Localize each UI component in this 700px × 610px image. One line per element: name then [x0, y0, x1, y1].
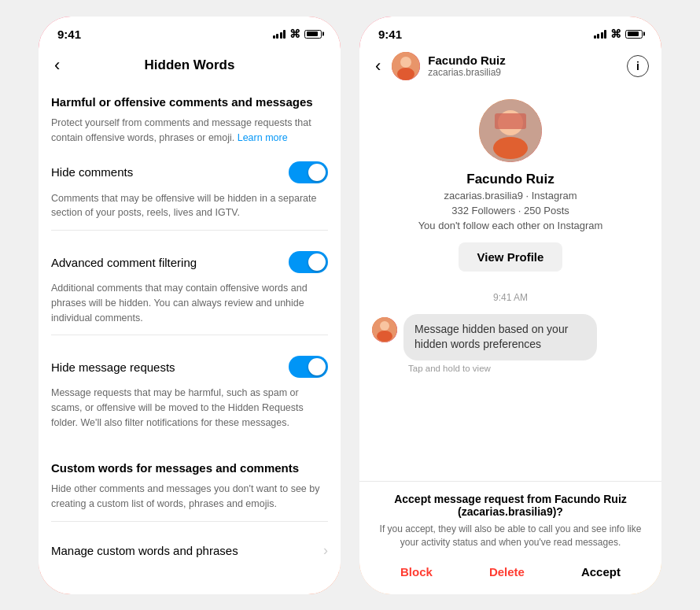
status-icons-left: ⌘	[273, 28, 322, 40]
status-bar-right: 9:41 ⌘	[359, 17, 661, 46]
header-nav-left: ‹ Hidden Words	[39, 46, 341, 88]
info-button[interactable]: i	[627, 55, 649, 77]
time-left: 9:41	[57, 28, 81, 41]
status-bar-left: 9:41 ⌘	[39, 17, 341, 46]
divider-2	[51, 335, 328, 335]
profile-follow-status: You don't follow each other on Instagram	[418, 220, 603, 231]
divider-3	[51, 521, 328, 522]
divider-1	[51, 230, 328, 231]
message-bubble[interactable]: Message hidden based on your hidden word…	[403, 314, 597, 360]
view-profile-button[interactable]: View Profile	[459, 242, 563, 272]
back-button-right[interactable]: ‹	[372, 53, 384, 79]
chat-username: zacarias.brasilia9	[428, 67, 619, 78]
svg-point-9	[377, 331, 392, 342]
arrow-right-icon: ›	[323, 542, 328, 559]
bottom-action: Accept message request from Facundo Ruiz…	[359, 481, 661, 594]
signal-icon-right	[594, 30, 607, 39]
status-icons-right: ⌘	[594, 28, 643, 40]
harmful-title: Harmful or offensive comments and messag…	[51, 94, 328, 110]
manage-words-label: Manage custom words and phrases	[51, 544, 238, 557]
advanced-filter-row: Advanced comment filtering	[51, 240, 328, 281]
manage-words-row[interactable]: Manage custom words and phrases ›	[51, 531, 328, 570]
avatar-large	[479, 99, 542, 162]
hide-requests-row: Hide message requests	[51, 345, 328, 386]
toggle-knob-2	[308, 253, 326, 271]
toggle-knob	[308, 164, 326, 181]
hide-requests-label: Hide message requests	[51, 360, 175, 374]
profile-name: Facundo Ruiz	[466, 172, 554, 187]
hide-comments-toggle-1[interactable]	[289, 161, 328, 183]
learn-more-link[interactable]: Learn more	[238, 132, 288, 143]
messages-area: 9:41 AM Message hidden based on your hid…	[359, 284, 661, 502]
time-right: 9:41	[378, 28, 402, 41]
svg-point-1	[400, 57, 411, 68]
wifi-icon-right: ⌘	[610, 28, 621, 40]
battery-icon-right	[625, 30, 643, 39]
right-phone: 9:41 ⌘ ‹ Facundo Ruiz zacaria	[357, 14, 664, 597]
advanced-filter-label: Advanced comment filtering	[51, 256, 197, 269]
hide-requests-desc: Message requests that may be harmful, su…	[51, 386, 328, 430]
avatar-header	[392, 52, 420, 80]
harmful-desc: Protect yourself from comments and messa…	[51, 116, 328, 146]
signal-icon	[273, 30, 286, 39]
wifi-icon: ⌘	[289, 28, 300, 40]
hide-comments-desc-1: Comments that may be offensive will be h…	[51, 191, 328, 221]
custom-title: Custom words for messages and comments	[51, 460, 328, 476]
svg-point-5	[493, 137, 528, 159]
svg-point-8	[380, 321, 389, 331]
left-phone: 9:41 ⌘ ‹ Hidden Words Harmful or offensi…	[36, 14, 343, 597]
action-buttons: Block Delete Accept	[372, 560, 649, 583]
message-row: Message hidden based on your hidden word…	[359, 311, 661, 376]
accept-title: Accept message request from Facundo Ruiz…	[372, 493, 649, 518]
svg-rect-6	[495, 113, 526, 129]
chat-name: Facundo Ruiz	[428, 54, 619, 67]
custom-desc: Hide other comments and messages you don…	[51, 482, 328, 512]
profile-handle: zacarias.brasilia9 · Instagram	[444, 190, 577, 201]
right-header: ‹ Facundo Ruiz zacarias.brasilia9 i	[359, 46, 661, 90]
accept-desc: If you accept, they will also be able to…	[372, 523, 649, 549]
section-gap	[51, 435, 328, 454]
back-button-left[interactable]: ‹	[51, 52, 63, 79]
content-left: Harmful or offensive comments and messag…	[39, 88, 341, 571]
profile-section: Facundo Ruiz zacarias.brasilia9 · Instag…	[359, 90, 661, 284]
custom-section: Custom words for messages and comments H…	[51, 454, 328, 512]
avatar-message	[372, 317, 397, 342]
advanced-desc: Additional comments that may contain off…	[51, 281, 328, 325]
hide-requests-toggle[interactable]	[289, 356, 328, 378]
svg-point-2	[397, 68, 414, 80]
advanced-filter-toggle[interactable]	[289, 251, 328, 273]
right-header-info: Facundo Ruiz zacarias.brasilia9	[428, 54, 619, 78]
message-time: 9:41 AM	[359, 284, 661, 311]
harmful-section: Harmful or offensive comments and messag…	[51, 88, 328, 146]
hide-comments-row-1: Hide comments	[51, 150, 328, 191]
profile-stats: 332 Followers · 250 Posts	[451, 205, 569, 216]
page-title-left: Hidden Words	[145, 57, 235, 73]
toggle-knob-3	[308, 358, 326, 375]
battery-icon	[304, 30, 322, 39]
message-bubble-wrapper: Message hidden based on your hidden word…	[403, 314, 597, 373]
hide-comments-label-1: Hide comments	[51, 165, 133, 179]
accept-button[interactable]: Accept	[569, 560, 633, 583]
tap-to-view-text: Tap and hold to view	[403, 360, 597, 373]
block-button[interactable]: Block	[388, 560, 445, 583]
delete-button[interactable]: Delete	[477, 560, 537, 583]
